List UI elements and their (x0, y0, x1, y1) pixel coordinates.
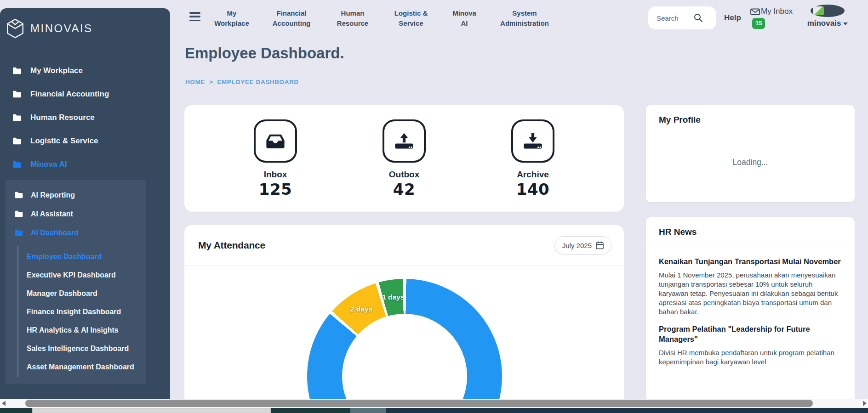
sidebar-item-label: Minova AI (30, 160, 67, 169)
link-manager-dashboard[interactable]: Manager Dashboard (18, 284, 146, 303)
calendar-icon (596, 241, 604, 249)
link-finance-insight-dashboard[interactable]: Finance Insight Dashboard (18, 303, 146, 321)
folder-icon (12, 137, 22, 145)
sidebar-submenu-panel: AI Reporting AI Assistant AI Dashboard E… (6, 180, 146, 384)
folder-icon (14, 210, 23, 218)
sidebar-item-label: Human Resource (30, 113, 95, 122)
top-nav-items: My Workplace Financial Accounting Human … (214, 0, 550, 36)
sidebar-item-label: Logistic & Service (30, 136, 98, 146)
submenu-item-label: AI Dashboard (31, 229, 79, 237)
donut-ring: 2 days1 days (307, 279, 502, 399)
stat-value: 125 (259, 180, 292, 198)
avatar[interactable] (811, 5, 845, 17)
sidebar-item-financial-accounting[interactable]: Financial Accounting (0, 82, 170, 106)
background-window-strip (0, 408, 868, 413)
nav-financial-accounting[interactable]: Financial Accounting (270, 8, 313, 28)
news-item-title: Kenaikan Tunjangan Transportasi Mulai No… (659, 257, 842, 266)
submenu-ai-dashboard[interactable]: AI Dashboard (6, 223, 146, 242)
envelope-icon (750, 7, 760, 15)
breadcrumb-separator: > (209, 79, 213, 85)
link-hr-analytics-ai-insights[interactable]: HR Analytics & AI Insights (18, 321, 146, 339)
page-title: Employee Dashboard. (185, 45, 344, 62)
link-employee-dashboard[interactable]: Employee Dashboard (18, 248, 146, 266)
user-menu[interactable]: minovais (801, 5, 854, 28)
nav-logistic-service[interactable]: Logistic & Service (393, 8, 429, 28)
submenu-ai-reporting[interactable]: AI Reporting (6, 186, 146, 204)
help-link[interactable]: Help (724, 13, 741, 23)
news-item-title: Program Pelatihan "Leadership for Future… (659, 324, 842, 344)
horizontal-scrollbar[interactable] (0, 399, 868, 408)
sidebar-item-human-resource[interactable]: Human Resource (0, 106, 170, 129)
attendance-card: My Attendance July 2025 2 days1 days (184, 225, 624, 399)
stat-label: Archive (517, 170, 549, 180)
mail-stats-card: Inbox 125 Outbox 42 Archive 140 (184, 105, 624, 212)
news-item[interactable]: Program Pelatihan "Leadership for Future… (659, 324, 842, 367)
arrow-right-icon (863, 401, 867, 406)
nav-system-administration[interactable]: System Administration (499, 8, 550, 28)
folder-icon (12, 113, 22, 122)
folder-icon (12, 160, 22, 169)
profile-loading-text: Loading... (646, 158, 855, 167)
submenu-ai-assistant[interactable]: AI Assistant (6, 204, 146, 223)
profile-title: My Profile (646, 105, 855, 133)
inbox-tray-icon (254, 119, 297, 163)
attendance-header: My Attendance July 2025 (184, 225, 624, 266)
stat-label: Outbox (389, 170, 420, 180)
brand-name: MINOVAIS (30, 22, 93, 35)
folder-icon (14, 229, 23, 237)
main-content: Employee Dashboard. HOME > EMPLOYEE DASH… (170, 36, 868, 399)
link-sales-intelligence-dashboard[interactable]: Sales Intelligence Dashboard (18, 339, 146, 358)
nav-human-resource[interactable]: Human Resource (334, 8, 371, 28)
search-box[interactable] (648, 6, 716, 29)
folder-icon (12, 90, 22, 98)
search-icon[interactable] (693, 13, 703, 23)
hr-news-card: HR News Kenaikan Tunjangan Transportasi … (646, 217, 855, 399)
stat-inbox[interactable]: Inbox 125 (229, 105, 321, 212)
my-inbox-link[interactable]: My Inbox15 (750, 6, 794, 30)
sidebar: MINOVAIS My Workplace Financial Accounti… (0, 8, 170, 399)
scroll-left-button[interactable] (0, 399, 7, 408)
hr-news-title: HR News (646, 217, 855, 245)
sidebar-item-my-workplace[interactable]: My Workplace (0, 59, 170, 82)
link-asset-management-dashboard[interactable]: Asset Management Dashboard (18, 358, 146, 376)
news-item[interactable]: Kenaikan Tunjangan Transportasi Mulai No… (659, 257, 842, 317)
submenu-item-label: AI Reporting (31, 191, 75, 199)
search-input[interactable] (656, 14, 693, 23)
donut-slice-label: 1 days (382, 293, 404, 301)
sidebar-item-label: Financial Accounting (30, 90, 109, 99)
breadcrumb-current: EMPLOYEE DASHBOARD (217, 79, 298, 85)
scroll-right-button[interactable] (861, 399, 868, 408)
folder-icon (14, 191, 23, 199)
arrow-left-icon (2, 401, 6, 406)
attendance-title: My Attendance (198, 240, 265, 251)
attendance-donut-chart: 2 days1 days (307, 279, 502, 399)
download-tray-icon (511, 119, 554, 163)
minovais-cube-icon (6, 18, 25, 39)
menu-toggle-icon[interactable] (189, 12, 200, 21)
top-navigation-bar: My Workplace Financial Accounting Human … (170, 0, 868, 36)
sidebar-item-label: My Workplace (30, 66, 83, 75)
stat-value: 140 (516, 180, 549, 198)
folder-icon (12, 67, 22, 75)
breadcrumb-home[interactable]: HOME (185, 79, 205, 85)
donut-hole (342, 314, 467, 399)
hr-news-list: Kenaikan Tunjangan Transportasi Mulai No… (646, 245, 855, 367)
chevron-down-icon (843, 23, 848, 25)
stat-label: Inbox (264, 170, 287, 180)
stat-value: 42 (393, 180, 415, 198)
brand-logo[interactable]: MINOVAIS (0, 8, 170, 39)
nav-my-workplace[interactable]: My Workplace (214, 8, 249, 28)
scrollbar-thumb[interactable] (25, 400, 813, 407)
upload-tray-icon (383, 119, 426, 163)
link-executive-kpi-dashboard[interactable]: Executive KPI Dashboard (18, 266, 146, 284)
stat-outbox[interactable]: Outbox 42 (358, 105, 450, 212)
period-label: July 2025 (562, 242, 592, 249)
sidebar-item-minova-ai[interactable]: Minova AI (0, 153, 170, 176)
sidebar-item-logistic-service[interactable]: Logistic & Service (0, 129, 170, 153)
stat-archive[interactable]: Archive 140 (487, 105, 579, 212)
submenu-item-label: AI Assistant (31, 210, 73, 218)
period-selector-button[interactable]: July 2025 (554, 236, 611, 255)
nav-minova-ai[interactable]: Minova AI (451, 8, 478, 28)
news-item-body: Mulai 1 November 2025, perusahaan akan m… (659, 271, 842, 317)
inbox-count-badge: 15 (752, 18, 765, 29)
